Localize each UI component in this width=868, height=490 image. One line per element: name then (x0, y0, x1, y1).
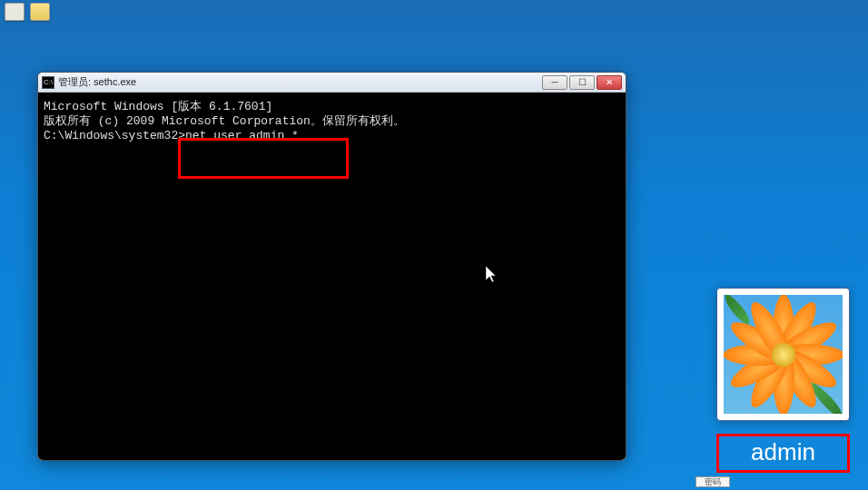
avatar-image (724, 295, 843, 414)
cmd-line: 版权所有 (c) 2009 Microsoft Corporation。保留所有… (44, 114, 620, 129)
cmd-window-controls: ─ ☐ ✕ (542, 75, 622, 90)
cmd-line: C:\Windows\system32>net user admin *_ (44, 129, 620, 143)
desktop-folder-icon[interactable] (30, 3, 50, 21)
username-label: admin (719, 438, 847, 466)
cmd-window: C:\ 管理员: sethc.exe ─ ☐ ✕ Microsoft Windo… (37, 72, 626, 461)
avatar-frame (716, 288, 850, 421)
cmd-line: Microsoft Windows [版本 6.1.7601] (44, 100, 620, 114)
close-button[interactable]: ✕ (597, 75, 622, 90)
minimize-button[interactable]: ─ (542, 75, 567, 90)
cmd-titlebar[interactable]: C:\ 管理员: sethc.exe ─ ☐ ✕ (38, 73, 626, 93)
bottom-hint: 密码 (695, 476, 730, 487)
command-highlight (178, 138, 349, 179)
username-highlight: admin (716, 434, 850, 473)
cmd-title: 管理员: sethc.exe (58, 75, 542, 89)
desktop-icons (5, 3, 50, 21)
user-tile[interactable]: admin (716, 288, 850, 473)
cmd-icon: C:\ (42, 76, 54, 89)
cmd-body[interactable]: Microsoft Windows [版本 6.1.7601] 版权所有 (c)… (38, 93, 626, 460)
desktop-window-icon[interactable] (5, 3, 25, 21)
maximize-button[interactable]: ☐ (569, 75, 595, 90)
